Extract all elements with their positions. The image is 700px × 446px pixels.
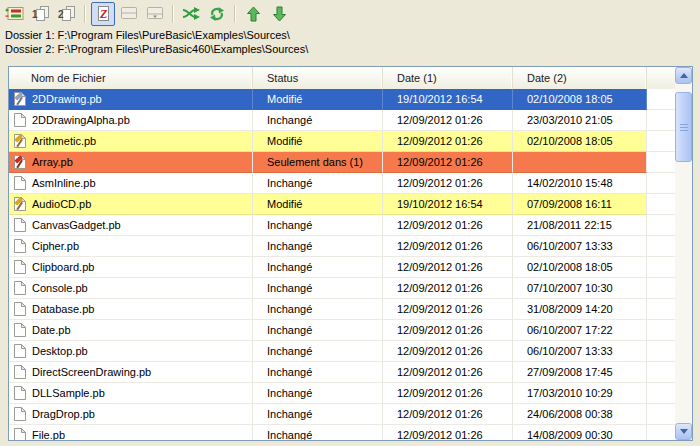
column-header-date2[interactable]: Date (2) <box>513 67 647 89</box>
file-name: CanvasGadget.pb <box>32 219 121 231</box>
filler-cell <box>647 320 675 341</box>
copy-to-folder-1-button[interactable]: 1 <box>29 2 53 26</box>
filler-cell <box>647 89 675 110</box>
folder1-path-label: Dossier 1: F:\Program Files\PureBasic\Ex… <box>5 29 290 41</box>
table-row[interactable]: Date.pb Inchangé 12/09/2012 01:26 06/10/… <box>9 320 675 341</box>
status-cell: Inchangé <box>253 110 383 131</box>
file-name: Arithmetic.pb <box>32 135 96 147</box>
refresh-button[interactable] <box>205 2 229 26</box>
scroll-down-button[interactable] <box>675 423 692 440</box>
date1-cell: 19/10/2012 16:54 <box>383 89 513 110</box>
status-cell: Inchangé <box>253 299 383 320</box>
file-name: 2DDrawingAlpha.pb <box>32 114 130 126</box>
swap-folders-button[interactable] <box>179 2 203 26</box>
table-row[interactable]: Clipboard.pb Inchangé 12/09/2012 01:26 0… <box>9 257 675 278</box>
table-row[interactable]: Cipher.pb Inchangé 12/09/2012 01:26 06/1… <box>9 236 675 257</box>
refresh-icon <box>208 6 226 22</box>
file-name-cell: Date.pb <box>9 320 253 341</box>
table-row[interactable]: DLLSample.pb Inchangé 12/09/2012 01:26 1… <box>9 383 675 404</box>
file-name: Console.pb <box>32 282 88 294</box>
filler-cell <box>647 194 675 215</box>
date2-cell: 21/08/2011 22:15 <box>513 215 647 236</box>
plain-file-icon <box>12 427 27 440</box>
table-row[interactable]: 2DDrawing.pb Modifié 19/10/2012 16:54 02… <box>9 89 675 110</box>
status-cell: Modifié <box>253 131 383 152</box>
date2-cell: 02/10/2008 18:05 <box>513 131 647 152</box>
vertical-scrollbar[interactable] <box>675 67 692 440</box>
file-name: AudioCD.pb <box>32 198 91 210</box>
compare-list-icon <box>5 5 25 22</box>
date1-cell: 19/10/2012 16:54 <box>383 194 513 215</box>
column-header-name[interactable]: Nom de Fichier <box>9 67 253 89</box>
status-cell: Inchangé <box>253 425 383 440</box>
file-name-cell: 2DDrawing.pb <box>9 89 253 110</box>
file-name: Desktop.pb <box>32 345 88 357</box>
file-comparison-table: Nom de Fichier Status Date (1) Date (2) … <box>8 66 693 441</box>
compare-results-button[interactable] <box>3 2 27 26</box>
svg-text:1: 1 <box>32 9 38 20</box>
date2-cell: 24/06/2008 00:38 <box>513 404 647 425</box>
status-cell: Seulement dans (1) <box>253 152 383 173</box>
previous-difference-button[interactable] <box>241 2 265 26</box>
date2-cell: 31/08/2009 14:20 <box>513 299 647 320</box>
documents-1-icon: 1 <box>31 5 51 22</box>
copy-to-folder-2-button[interactable]: 2 <box>55 2 79 26</box>
next-difference-button[interactable] <box>267 2 291 26</box>
plain-file-icon <box>12 217 27 233</box>
table-row[interactable]: Console.pb Inchangé 12/09/2012 01:26 07/… <box>9 278 675 299</box>
filler-cell <box>647 257 675 278</box>
file-name-cell: CanvasGadget.pb <box>9 215 253 236</box>
file-name-cell: Clipboard.pb <box>9 257 253 278</box>
file-name: Cipher.pb <box>32 240 79 252</box>
file-name-cell: 2DDrawingAlpha.pb <box>9 110 253 131</box>
date2-cell: 06/10/2007 17:22 <box>513 320 647 341</box>
filler-cell <box>647 362 675 383</box>
scrollbar-thumb[interactable] <box>675 92 692 162</box>
table-row[interactable]: File.pb Inchangé 12/09/2012 01:26 14/08/… <box>9 425 675 440</box>
folder2-path-label: Dossier 2: F:\Program Files\PureBasic460… <box>5 43 308 55</box>
scroll-up-button[interactable] <box>675 67 692 84</box>
plain-file-icon <box>12 406 27 422</box>
table-row[interactable]: CanvasGadget.pb Inchangé 12/09/2012 01:2… <box>9 215 675 236</box>
swap-arrows-icon <box>182 6 201 21</box>
filler-cell <box>647 236 675 257</box>
status-cell: Inchangé <box>253 404 383 425</box>
column-header-status[interactable]: Status <box>253 67 383 89</box>
table-row[interactable]: AsmInline.pb Inchangé 12/09/2012 01:26 1… <box>9 173 675 194</box>
show-differences-toggle[interactable]: Z <box>91 2 115 26</box>
file-name: DragDrop.pb <box>32 408 95 420</box>
toolbar-separator <box>172 5 174 23</box>
column-header-date1[interactable]: Date (1) <box>383 67 513 89</box>
diff-file-icon: Z <box>94 5 112 22</box>
status-cell: Inchangé <box>253 215 383 236</box>
table-row[interactable]: 2DDrawingAlpha.pb Inchangé 12/09/2012 01… <box>9 110 675 131</box>
filler-cell <box>647 404 675 425</box>
status-cell: Inchangé <box>253 383 383 404</box>
date2-cell: 23/03/2010 21:05 <box>513 110 647 131</box>
file-name: DirectScreenDrawing.pb <box>32 366 151 378</box>
status-cell: Inchangé <box>253 341 383 362</box>
table-row[interactable]: Desktop.pb Inchangé 12/09/2012 01:26 06/… <box>9 341 675 362</box>
thumb-grip-icon <box>680 124 688 131</box>
table-row[interactable]: AudioCD.pb Modifié 19/10/2012 16:54 07/0… <box>9 194 675 215</box>
plain-file-icon <box>12 238 27 254</box>
table-body: 2DDrawing.pb Modifié 19/10/2012 16:54 02… <box>9 89 675 440</box>
file-name: Array.pb <box>32 156 73 168</box>
table-row[interactable]: DirectScreenDrawing.pb Inchangé 12/09/20… <box>9 362 675 383</box>
date2-cell <box>513 152 647 173</box>
table-row[interactable]: Database.pb Inchangé 12/09/2012 01:26 31… <box>9 299 675 320</box>
plain-file-icon <box>12 280 27 296</box>
file-name: Database.pb <box>32 303 94 315</box>
file-name-cell: File.pb <box>9 425 253 440</box>
pane-down-icon <box>146 6 164 21</box>
file-name-cell: AsmInline.pb <box>9 173 253 194</box>
date2-cell: 14/02/2010 15:48 <box>513 173 647 194</box>
modified-file-icon <box>12 91 27 107</box>
file-name: 2DDrawing.pb <box>32 93 102 105</box>
status-cell: Modifié <box>253 194 383 215</box>
plain-file-icon <box>12 385 27 401</box>
split-panes-button <box>117 2 141 26</box>
table-row[interactable]: Arithmetic.pb Modifié 12/09/2012 01:26 0… <box>9 131 675 152</box>
table-row[interactable]: Array.pb Seulement dans (1) 12/09/2012 0… <box>9 152 675 173</box>
table-row[interactable]: DragDrop.pb Inchangé 12/09/2012 01:26 24… <box>9 404 675 425</box>
